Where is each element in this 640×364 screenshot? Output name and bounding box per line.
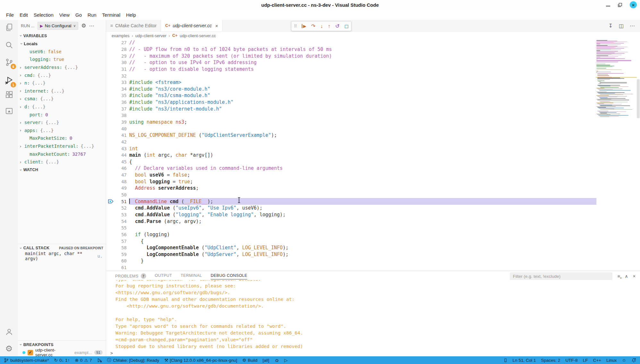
- variable-row[interactable]: ›internet:{...}: [18, 87, 106, 95]
- tree-chevron-icon[interactable]: ›: [18, 65, 23, 70]
- code-line[interactable]: 49 Address serverAddress;: [106, 185, 596, 192]
- code-line[interactable]: 36#include "ns3/applications-module.h": [106, 99, 596, 106]
- variable-row[interactable]: useV6:false: [18, 48, 106, 56]
- code-line[interactable]: 44main (int argc, char *argv[]): [106, 152, 596, 159]
- status-debug-target[interactable]: [97, 358, 102, 363]
- code-line[interactable]: 37#include "ns3/internet-module.h": [106, 105, 596, 112]
- code-line[interactable]: 30// - option to use IPv4 or IPv6 addres…: [106, 59, 596, 66]
- status-cmake-status[interactable]: ⓘCMake: [Debug]: Ready: [107, 357, 159, 363]
- status-language-mode[interactable]: C++: [593, 358, 601, 363]
- code-line[interactable]: 34#include "ns3/core-module.h": [106, 86, 596, 92]
- code-line[interactable]: 41NS_LOG_COMPONENT_DEFINE ("UdpClientSer…: [106, 132, 596, 139]
- debug-console-output[interactable]: Type "show configuration" for configurat…: [106, 280, 640, 350]
- cmake-panel-icon[interactable]: [3, 104, 15, 117]
- code-line[interactable]: 43int: [106, 145, 596, 152]
- code-line[interactable]: 35#include "ns3/csma-module.h": [106, 92, 596, 99]
- tree-chevron-icon[interactable]: ›: [18, 128, 23, 133]
- console-filter-input[interactable]: Filter (e.g. text, !exclude): [510, 272, 612, 280]
- menu-terminal[interactable]: Terminal: [99, 11, 123, 19]
- status-encoding[interactable]: UTF-8: [565, 358, 577, 363]
- breakpoint-checkbox[interactable]: ✓: [28, 350, 33, 355]
- maximize-panel-icon[interactable]: ∧: [625, 274, 628, 279]
- tab-udp-client-server[interactable]: C+ udp-client-server.cc ×: [161, 20, 223, 31]
- tab-cmake-cache-editor[interactable]: ≡ CMake Cache Editor: [106, 20, 161, 31]
- maximize-icon[interactable]: [618, 3, 622, 7]
- code-line[interactable]: 40: [106, 125, 596, 132]
- stop-icon[interactable]: ◻: [344, 24, 349, 29]
- variable-row[interactable]: ›interPacketInterval:{...}: [18, 142, 106, 150]
- status-cursor-position[interactable]: Ln 51, Col 1: [513, 358, 536, 363]
- code-line[interactable]: 42: [106, 139, 596, 145]
- breadcrumb-file[interactable]: udp-client-server.cc: [180, 33, 216, 38]
- code-line[interactable]: 29// - maximum of 320 packets sent (or l…: [106, 53, 596, 59]
- variable-row[interactable]: ›apps:{...}: [18, 127, 106, 135]
- code-line[interactable]: 39using namespace ns3;: [106, 119, 596, 126]
- tree-chevron-icon[interactable]: ›: [18, 120, 23, 125]
- panel-tab-debug-console[interactable]: DEBUG CONSOLE: [211, 273, 247, 279]
- code-line[interactable]: 52 cmd.AddValue ("useIpv6", "Use Ipv6", …: [106, 205, 596, 211]
- manage-gear-icon[interactable]: ⚙: [3, 342, 15, 355]
- code-line[interactable]: 50: [106, 192, 596, 198]
- editor-scrollbar[interactable]: [637, 79, 640, 118]
- tree-chevron-icon[interactable]: ›: [18, 104, 23, 109]
- breakpoint-item[interactable]: ✓ udp-client-server.cc exampl... 51: [18, 349, 106, 356]
- status-remote-indicator[interactable]: [503, 358, 508, 363]
- locals-scope[interactable]: › Locals: [18, 40, 106, 48]
- debug-console-prompt[interactable]: >: [106, 350, 640, 356]
- code-line[interactable]: 55: [106, 225, 596, 231]
- close-panel-icon[interactable]: ×: [633, 274, 636, 279]
- run-file-icon[interactable]: ↧: [608, 23, 612, 29]
- editor-more-icon[interactable]: ⋯: [630, 23, 635, 29]
- variable-row[interactable]: ›n:{...}: [18, 79, 106, 87]
- tree-chevron-icon[interactable]: ›: [18, 88, 23, 93]
- code-line[interactable]: 60 }: [106, 258, 596, 264]
- status-build-target[interactable]: [all]: [263, 358, 269, 363]
- code-line[interactable]: 57 {: [106, 238, 596, 244]
- menu-go[interactable]: Go: [72, 11, 85, 19]
- status-os-indicator[interactable]: Linux: [606, 358, 617, 363]
- status-feedback[interactable]: ☺: [622, 358, 626, 363]
- menu-selection[interactable]: Selection: [31, 11, 56, 19]
- status-sync-changes[interactable]: ↻0↓ 1↑: [54, 358, 70, 363]
- search-icon[interactable]: [3, 38, 15, 51]
- code-line[interactable]: 58 LogComponentEnable ("UdpClient", LOG_…: [106, 244, 596, 251]
- step-into-icon[interactable]: ↓: [320, 24, 323, 29]
- variable-row[interactable]: port:0: [18, 111, 106, 119]
- status-debug-button[interactable]: [274, 358, 279, 363]
- status-build-button[interactable]: ⚙Build: [242, 358, 257, 363]
- variables-section-header[interactable]: › VARIABLES: [18, 32, 106, 40]
- panel-tab-terminal[interactable]: TERMINAL: [181, 273, 202, 279]
- status-indentation[interactable]: Spaces: 2: [541, 358, 560, 363]
- configure-gear-icon[interactable]: ⚙: [81, 22, 86, 29]
- code-editor[interactable]: 27//28// - UDP flow from n0 to n1 of 102…: [106, 39, 640, 271]
- extensions-icon[interactable]: [3, 88, 15, 101]
- variable-row[interactable]: ›serverAddress:{...}: [18, 63, 106, 71]
- account-icon[interactable]: [3, 325, 15, 338]
- callstack-frame[interactable]: main(int argc, char ** argv) u.: [18, 252, 106, 260]
- status-git-branch[interactable]: buildsystem-cmake*: [4, 358, 49, 363]
- code-line[interactable]: 48 bool logging = true;: [106, 178, 596, 185]
- code-line[interactable]: 46 // Declare variables used in command-…: [106, 165, 596, 172]
- code-line[interactable]: 38: [106, 112, 596, 119]
- close-icon[interactable]: ×: [630, 1, 637, 8]
- status-eol[interactable]: LF: [583, 358, 588, 363]
- code-line[interactable]: 32: [106, 72, 596, 79]
- watch-section-header[interactable]: › WATCH: [18, 166, 106, 174]
- step-out-icon[interactable]: ↑: [328, 24, 330, 29]
- tree-chevron-icon[interactable]: ›: [18, 160, 23, 164]
- explorer-icon[interactable]: [3, 21, 15, 34]
- restart-icon[interactable]: ↺: [335, 24, 339, 29]
- variable-row[interactable]: MaxPacketSize:0: [18, 134, 106, 142]
- launch-config-dropdown[interactable]: ▶ No Configural ∨: [38, 22, 79, 30]
- step-over-icon[interactable]: ↷: [311, 24, 316, 29]
- code-line[interactable]: 51 CommandLine cmd (__FILE__);: [106, 198, 596, 205]
- breadcrumb-folder[interactable]: udp-client-server: [135, 33, 166, 38]
- minimap[interactable]: [596, 40, 636, 117]
- variable-row[interactable]: ›client:{...}: [18, 158, 106, 166]
- breadcrumb-examples[interactable]: examples: [112, 33, 130, 38]
- drag-handle-icon[interactable]: ⠿: [294, 24, 297, 28]
- variable-row[interactable]: ›cmd:{...}: [18, 71, 106, 79]
- code-line[interactable]: 28// - UDP flow from n0 to n1 of 1024 by…: [106, 46, 596, 53]
- code-line[interactable]: 27//: [106, 39, 596, 46]
- status-problems[interactable]: ⊗0⚠7: [75, 358, 92, 363]
